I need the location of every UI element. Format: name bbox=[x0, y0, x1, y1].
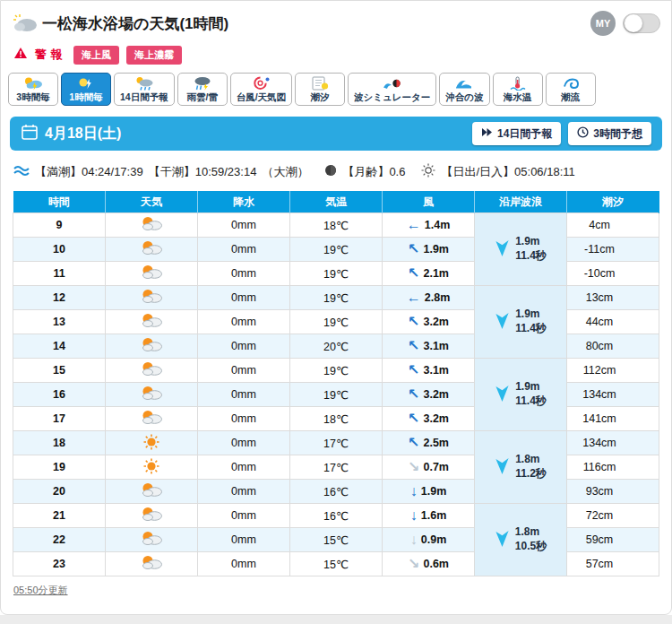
fast-forward-icon bbox=[481, 127, 493, 140]
my-badge[interactable]: MY bbox=[590, 11, 616, 36]
tide-size-text: （大潮） bbox=[262, 164, 308, 180]
weather-cell bbox=[106, 359, 198, 383]
weather-cell bbox=[106, 431, 198, 455]
tide-cell: 93cm bbox=[567, 480, 659, 504]
warning-link[interactable]: 警報 bbox=[35, 47, 66, 63]
button-label: 3時間予想 bbox=[593, 126, 642, 142]
tab-14day[interactable]: 14日間予報 bbox=[114, 73, 175, 106]
cloud-sun-icon bbox=[12, 13, 39, 33]
wind-cell: ↖3.1m bbox=[383, 334, 475, 359]
high-tide-text: 【満潮】04:24/17:39 bbox=[35, 164, 143, 180]
sea-fog-badge[interactable]: 海上濃霧 bbox=[126, 46, 182, 65]
sun-outline-icon bbox=[421, 163, 435, 180]
wind-speed: 1.4m bbox=[425, 219, 451, 231]
time-cell: 16 bbox=[13, 383, 106, 407]
alert-row: 警報 海上風 海上濃霧 bbox=[1, 44, 671, 65]
tab-1hourly[interactable]: 1時間毎 bbox=[61, 73, 111, 106]
wind-direction-arrow: ← bbox=[407, 290, 421, 305]
weather-forecast-page: 一松海水浴場の天気(1時間) MY 警報 海上風 海上濃霧 3時間毎1時間毎14… bbox=[0, 0, 672, 615]
tab-label: 14日間予報 bbox=[120, 91, 168, 103]
time-cell: 19 bbox=[13, 455, 106, 480]
weather-cell bbox=[106, 407, 198, 431]
weather-cell bbox=[106, 310, 198, 334]
button-label: 14日間予報 bbox=[497, 126, 552, 142]
precip-cell: 0mm bbox=[198, 334, 290, 359]
tide-cell: -10cm bbox=[567, 262, 659, 286]
sun-cloud-rain-icon bbox=[134, 76, 154, 91]
3hour-forecast-button[interactable]: 3時間予想 bbox=[568, 122, 651, 145]
tab-tide[interactable]: 潮汐 bbox=[295, 73, 345, 106]
precip-cell: 0mm bbox=[198, 262, 290, 286]
temp-cell: 15℃ bbox=[290, 552, 383, 576]
time-cell: 9 bbox=[13, 213, 106, 238]
tab-tidal-current[interactable]: 潮流 bbox=[546, 73, 596, 106]
tab-3hourly[interactable]: 3時間毎 bbox=[8, 73, 58, 106]
sun-cloud-icon bbox=[140, 367, 163, 379]
wind-cell: ↖2.5m bbox=[383, 431, 475, 455]
column-header: 気温 bbox=[290, 192, 383, 213]
wind-direction-arrow: ↖ bbox=[408, 387, 419, 402]
tab-sea-temperature[interactable]: 海水温 bbox=[493, 73, 543, 106]
wave-height: 1.9m bbox=[515, 308, 547, 322]
wind-cell: ↖1.9m bbox=[383, 238, 475, 262]
weather-cell bbox=[106, 286, 198, 310]
warning-triangle-icon bbox=[13, 47, 28, 63]
precip-cell: 0mm bbox=[198, 286, 290, 310]
sun-cloud-icon bbox=[140, 318, 163, 331]
sun-cloud-icon bbox=[140, 221, 163, 234]
weather-cell bbox=[106, 383, 198, 407]
wind-cell: ←2.8m bbox=[383, 286, 475, 310]
temp-cell: 18℃ bbox=[290, 213, 383, 238]
tab-wave-simulator[interactable]: 波シミュレーター bbox=[348, 73, 436, 106]
sun-bolt-icon bbox=[76, 76, 96, 91]
wind-speed: 0.7m bbox=[423, 461, 449, 473]
precip-cell: 0mm bbox=[198, 213, 290, 238]
tide-wave-icon bbox=[13, 164, 30, 179]
sun-cloud-icon bbox=[140, 270, 163, 282]
table-header-row: 時間天気降水気温風沿岸波浪潮汐 bbox=[13, 192, 659, 213]
wind-direction-arrow: ← bbox=[407, 218, 421, 232]
tab-typhoon[interactable]: 台風/天気図 bbox=[230, 73, 292, 106]
tide-cell: 141cm bbox=[567, 407, 659, 431]
time-cell: 12 bbox=[13, 286, 106, 310]
time-cell: 13 bbox=[13, 310, 106, 334]
time-cell: 23 bbox=[13, 552, 106, 576]
wind-speed: 3.1m bbox=[423, 340, 449, 352]
weather-cell bbox=[106, 528, 198, 552]
wave-period: 11.2秒 bbox=[515, 467, 547, 481]
tab-label: 雨雲/雷 bbox=[186, 91, 217, 103]
sea-wind-badge[interactable]: 海上風 bbox=[73, 46, 119, 65]
wave-cell: 1.9m11.4秒 bbox=[475, 213, 567, 286]
time-cell: 22 bbox=[13, 528, 106, 552]
wind-direction-arrow: ↘ bbox=[408, 460, 419, 474]
weather-cell bbox=[106, 480, 198, 504]
temp-cell: 19℃ bbox=[290, 383, 383, 407]
temp-cell: 19℃ bbox=[290, 238, 383, 262]
14day-forecast-button[interactable]: 14日間予報 bbox=[472, 122, 561, 145]
wind-direction-arrow: ↓ bbox=[410, 533, 418, 547]
sunny-icon bbox=[142, 440, 160, 453]
wind-speed: 1.9m bbox=[421, 485, 447, 498]
wave-direction-icon bbox=[495, 238, 510, 260]
forecast-row: 150mm19℃↖3.1m1.9m11.4秒112cm bbox=[13, 359, 659, 383]
temp-cell: 15℃ bbox=[290, 528, 383, 552]
column-header: 潮汐 bbox=[567, 192, 659, 213]
wind-speed: 0.9m bbox=[421, 533, 447, 546]
date-label: 4月18日(土) bbox=[45, 125, 121, 143]
updated-time: 05:50分更新 bbox=[13, 584, 68, 597]
sun-cloud-icon bbox=[140, 560, 163, 573]
weather-cell bbox=[106, 455, 198, 480]
tab-rain-radar[interactable]: 雨雲/雷 bbox=[177, 73, 228, 106]
tab-offshore-waves[interactable]: 沖合の波 bbox=[439, 73, 489, 106]
tab-label: 波シミュレーター bbox=[354, 91, 430, 103]
header: 一松海水浴場の天気(1時間) MY bbox=[1, 1, 671, 40]
wave-period: 11.4秒 bbox=[515, 394, 547, 409]
weather-cell bbox=[106, 504, 198, 528]
wave-cell: 1.8m10.5秒 bbox=[475, 504, 567, 576]
wind-speed: 1.6m bbox=[421, 509, 447, 522]
wave-direction-icon bbox=[495, 456, 510, 478]
my-toggle[interactable] bbox=[623, 13, 660, 33]
wind-speed: 3.2m bbox=[423, 412, 449, 425]
temp-cell: 19℃ bbox=[290, 359, 383, 383]
date-bar-buttons: 14日間予報 3時間予想 bbox=[472, 122, 651, 145]
